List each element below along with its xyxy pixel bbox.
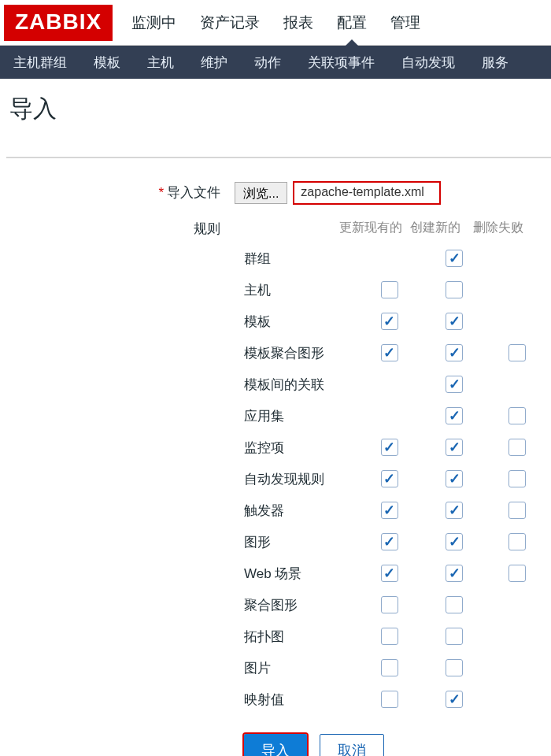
rule-cell bbox=[423, 407, 486, 424]
rule-row-7: 自动发现规则 bbox=[244, 463, 551, 495]
checkbox[interactable] bbox=[381, 281, 398, 298]
checkbox[interactable] bbox=[381, 533, 398, 550]
subnav-item-2[interactable]: 主机 bbox=[138, 54, 183, 72]
checkbox[interactable] bbox=[446, 596, 463, 613]
checkbox[interactable] bbox=[508, 565, 526, 582]
subnav-item-1[interactable]: 模板 bbox=[84, 54, 130, 72]
col-header-update: 更新现有的 bbox=[337, 220, 404, 236]
subnav-item-3[interactable]: 维护 bbox=[191, 54, 237, 72]
topnav-item-1[interactable]: 资产记录 bbox=[197, 0, 263, 46]
rule-row-10: Web 场景 bbox=[244, 558, 551, 589]
checkbox[interactable] bbox=[446, 470, 463, 487]
rule-cell bbox=[423, 470, 486, 487]
checkbox[interactable] bbox=[381, 691, 398, 708]
checkbox[interactable] bbox=[446, 376, 463, 393]
rule-cell bbox=[356, 565, 423, 582]
rule-cell bbox=[486, 533, 549, 550]
button-row: 导入 取消 bbox=[6, 715, 551, 756]
checkbox[interactable] bbox=[508, 533, 526, 550]
topnav-item-4[interactable]: 管理 bbox=[387, 0, 423, 46]
checkbox[interactable] bbox=[446, 659, 463, 676]
rule-row-5: 应用集 bbox=[244, 400, 551, 432]
checkbox[interactable] bbox=[446, 628, 463, 645]
rule-cell bbox=[486, 502, 549, 519]
rule-cell bbox=[356, 313, 423, 330]
page-title-wrap: 导入 bbox=[0, 79, 551, 157]
topnav-item-3[interactable]: 配置 bbox=[334, 0, 370, 46]
rule-name: Web 场景 bbox=[244, 565, 356, 583]
checkbox[interactable] bbox=[446, 691, 463, 708]
checkbox[interactable] bbox=[508, 344, 526, 361]
import-button[interactable]: 导入 bbox=[244, 734, 307, 756]
checkbox[interactable] bbox=[446, 250, 463, 267]
checkbox[interactable] bbox=[446, 565, 463, 582]
rule-name: 群组 bbox=[244, 250, 356, 268]
rule-name: 监控项 bbox=[244, 439, 356, 457]
rule-name: 图片 bbox=[244, 659, 356, 677]
rule-cell bbox=[423, 596, 486, 613]
rule-cell bbox=[356, 596, 423, 613]
rules-list: 群组主机模板模板聚合图形模板间的关联应用集监控项自动发现规则触发器图形Web 场… bbox=[6, 243, 551, 715]
rule-cell bbox=[423, 250, 486, 267]
rule-cell bbox=[356, 691, 423, 708]
rule-cell bbox=[356, 470, 423, 487]
checkbox[interactable] bbox=[446, 407, 463, 424]
file-name-field[interactable]: zapache-template.xml bbox=[294, 182, 440, 204]
checkbox[interactable] bbox=[381, 628, 398, 645]
rule-row-13: 图片 bbox=[244, 652, 551, 684]
rule-row-14: 映射值 bbox=[244, 684, 551, 715]
rule-cell bbox=[423, 659, 486, 676]
topnav-item-0[interactable]: 监测中 bbox=[128, 0, 179, 46]
checkbox[interactable] bbox=[381, 344, 398, 361]
checkbox[interactable] bbox=[508, 407, 526, 424]
import-file-label-text: 导入文件 bbox=[167, 185, 220, 200]
subnav-item-7[interactable]: 服务 bbox=[472, 54, 518, 72]
rule-cell bbox=[423, 565, 486, 582]
rule-name: 触发器 bbox=[244, 502, 356, 520]
rule-cell bbox=[356, 628, 423, 645]
subnav-item-5[interactable]: 关联项事件 bbox=[298, 54, 384, 72]
checkbox[interactable] bbox=[381, 565, 398, 582]
rule-row-12: 拓扑图 bbox=[244, 621, 551, 652]
subnav-item-4[interactable]: 动作 bbox=[245, 54, 290, 72]
checkbox[interactable] bbox=[381, 313, 398, 330]
col-header-delete: 删除失败 bbox=[467, 220, 530, 236]
rule-name: 映射值 bbox=[244, 691, 356, 709]
checkbox[interactable] bbox=[508, 439, 526, 456]
checkbox[interactable] bbox=[381, 596, 398, 613]
rule-name: 自动发现规则 bbox=[244, 470, 356, 488]
checkbox[interactable] bbox=[381, 470, 398, 487]
checkbox[interactable] bbox=[446, 344, 463, 361]
rule-cell bbox=[356, 659, 423, 676]
checkbox[interactable] bbox=[446, 281, 463, 298]
checkbox[interactable] bbox=[446, 439, 463, 456]
checkbox[interactable] bbox=[446, 502, 463, 519]
col-header-create: 创建新的 bbox=[404, 220, 467, 236]
checkbox[interactable] bbox=[381, 502, 398, 519]
browse-button[interactable]: 浏览... bbox=[235, 182, 287, 204]
topbar: ZABBIX 监测中资产记录报表配置管理 bbox=[0, 0, 551, 46]
rule-cell bbox=[423, 533, 486, 550]
rule-row-2: 模板 bbox=[244, 306, 551, 337]
subnav-item-6[interactable]: 自动发现 bbox=[392, 54, 464, 72]
checkbox[interactable] bbox=[508, 470, 526, 487]
rule-name: 拓扑图 bbox=[244, 628, 356, 646]
rule-cell bbox=[486, 344, 549, 361]
rule-cell bbox=[423, 376, 486, 393]
checkbox[interactable] bbox=[381, 659, 398, 676]
rule-row-9: 图形 bbox=[244, 526, 551, 558]
checkbox[interactable] bbox=[446, 313, 463, 330]
import-form: *导入文件 浏览... zapache-template.xml 规则 更新现有… bbox=[6, 157, 551, 756]
rule-cell bbox=[356, 344, 423, 361]
subnav-item-0[interactable]: 主机群组 bbox=[4, 54, 76, 72]
checkbox[interactable] bbox=[381, 439, 398, 456]
rule-row-3: 模板聚合图形 bbox=[244, 337, 551, 369]
checkbox[interactable] bbox=[446, 533, 463, 550]
rule-cell bbox=[486, 470, 549, 487]
cancel-button[interactable]: 取消 bbox=[320, 734, 384, 756]
rule-name: 聚合图形 bbox=[244, 596, 356, 614]
rule-cell bbox=[423, 313, 486, 330]
topnav-item-2[interactable]: 报表 bbox=[280, 0, 316, 46]
checkbox[interactable] bbox=[508, 502, 526, 519]
rules-header-row: 规则 更新现有的 创建新的 删除失败 bbox=[6, 218, 551, 238]
